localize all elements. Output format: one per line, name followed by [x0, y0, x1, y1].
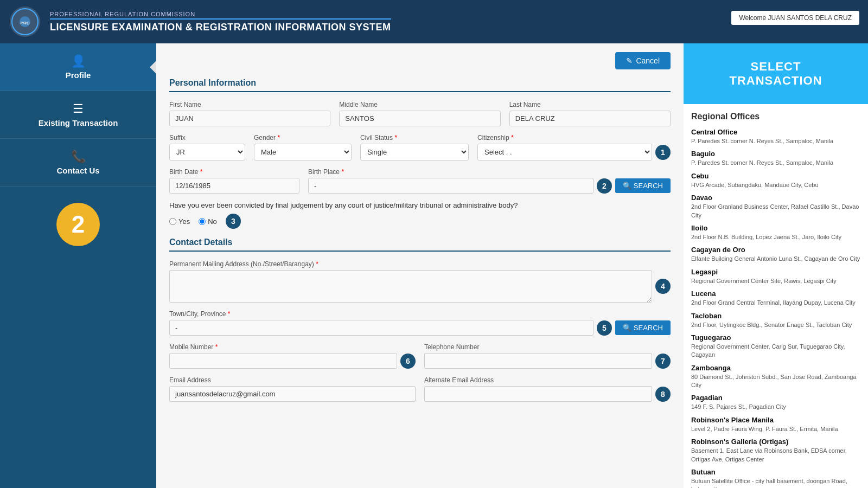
cancel-row: ✎ Cancel: [169, 52, 671, 69]
office-name: Legaspi: [691, 268, 860, 276]
office-address: P. Paredes St. corner N. Reyes St., Samp…: [691, 159, 860, 167]
citizenship-label: Citizenship *: [477, 134, 671, 142]
civil-status-label: Civil Status *: [360, 134, 469, 142]
gender-select[interactable]: MaleFemale: [254, 144, 352, 160]
telephone-input[interactable]: [424, 353, 652, 369]
office-item: Central OfficeP. Paredes St. corner N. R…: [691, 128, 860, 145]
conviction-yes-radio[interactable]: [169, 218, 176, 225]
mobile-input[interactable]: [169, 353, 397, 369]
birth-place-search-button[interactable]: 🔍 SEARCH: [615, 178, 671, 193]
cancel-button[interactable]: ✎ Cancel: [615, 52, 671, 69]
profile-icon: 👤: [71, 54, 86, 68]
sidebar-label-profile: Profile: [66, 70, 91, 80]
address-row: 4: [169, 270, 671, 303]
alt-email-label: Alternate Email Address: [424, 376, 671, 384]
town-label: Town/City, Province *: [169, 310, 671, 318]
town-search-button[interactable]: 🔍 SEARCH: [615, 320, 671, 335]
office-name: Tuguegarao: [691, 333, 860, 342]
office-name: Tacloban: [691, 312, 860, 320]
sidebar-item-profile[interactable]: 👤 Profile: [0, 43, 156, 91]
office-address: Elfante Building General Antonio Luna St…: [691, 255, 860, 263]
office-address: P. Paredes St. corner N. Reyes St., Samp…: [691, 137, 860, 145]
town-search-icon: 🔍: [623, 324, 631, 332]
header: PRC PROFESSIONAL REGULATION COMMISSION L…: [0, 0, 868, 43]
birth-place-input[interactable]: [308, 178, 593, 194]
office-address: Level 2, Padre Faura Wing, P. Faura St.,…: [691, 425, 860, 433]
offices-list: Central OfficeP. Paredes St. corner N. R…: [691, 128, 860, 488]
alt-email-input[interactable]: [424, 386, 652, 402]
birth-date-group: Birth Date *: [169, 168, 299, 194]
office-address: 80 Diamond St., Johnston Subd., San Jose…: [691, 373, 860, 390]
sidebar-item-existing-transaction[interactable]: ☰ Existing Transaction: [0, 91, 156, 139]
office-name: Robinson's Galleria (Ortigas): [691, 438, 860, 446]
welcome-button[interactable]: Welcome JUAN SANTOS DELA CRUZ: [731, 11, 859, 25]
telephone-label: Telephone Number: [424, 343, 671, 351]
cancel-icon: ✎: [626, 56, 633, 65]
office-name: Zamboanga: [691, 364, 860, 372]
conviction-no-radio[interactable]: [199, 218, 206, 225]
citizenship-group: Citizenship * Select . .FilipinoDual Cit…: [477, 134, 671, 160]
gender-group: Gender * MaleFemale: [254, 134, 352, 160]
office-address: 2nd Floor N.B. Building, Lopez Jaena St.…: [691, 233, 860, 241]
office-address: 2nd Floor Grand Central Terminal, Ilayan…: [691, 299, 860, 307]
office-item: Iloilo2nd Floor N.B. Building, Lopez Jae…: [691, 224, 860, 241]
office-name: Cebu: [691, 172, 860, 180]
mobile-step-number: 6: [400, 354, 416, 369]
telephone-group: Telephone Number 7: [424, 343, 671, 369]
office-address: Regional Government Center Site, Rawis, …: [691, 277, 860, 285]
office-address: 149 F. S. Pajares St., Pagadian City: [691, 403, 860, 411]
office-address: 2nd Floor, Uytingkoc Bldg., Senator Enag…: [691, 321, 860, 329]
contact-us-icon: 📞: [71, 150, 86, 164]
logo-icon: PRC: [9, 5, 41, 38]
conviction-yes-label[interactable]: Yes: [169, 217, 190, 226]
civil-status-group: Civil Status * SingleMarriedWidowedSepar…: [360, 134, 469, 160]
email-group: Email Address: [169, 376, 416, 402]
office-item: Pagadian149 F. S. Pajares St., Pagadian …: [691, 394, 860, 411]
birth-place-group: Birth Place * 2 🔍 SEARCH: [308, 168, 671, 194]
sidebar: 👤 Profile ☰ Existing Transaction 📞 Conta…: [0, 43, 156, 488]
office-address: HVG Arcade, Subangdaku, Mandaue City, Ce…: [691, 181, 860, 189]
system-title: LICENSURE EXAMINATION & REGISTRATION INF…: [50, 18, 391, 33]
citizenship-step-number: 1: [655, 145, 671, 160]
suffix-select[interactable]: JRSRIIIIINone: [169, 144, 245, 160]
office-item: BaguioP. Paredes St. corner N. Reyes St.…: [691, 150, 860, 167]
middle-name-input[interactable]: [339, 111, 500, 126]
sidebar-item-contact-us[interactable]: 📞 Contact Us: [0, 139, 156, 187]
office-name: Baguio: [691, 150, 860, 158]
office-name: Cagayan de Oro: [691, 246, 860, 254]
office-name: Davao: [691, 194, 860, 202]
office-item: TuguegaraoRegional Government Center, Ca…: [691, 333, 860, 359]
conviction-radio-group: Yes No 3: [169, 214, 671, 229]
first-name-input[interactable]: [169, 111, 330, 126]
first-name-label: First Name: [169, 101, 330, 108]
email-input[interactable]: [169, 386, 416, 402]
select-transaction-button[interactable]: SELECTTRANSACTION: [684, 43, 868, 104]
address-textarea[interactable]: [169, 270, 652, 303]
middle-name-label: Middle Name: [339, 101, 500, 108]
conviction-no-label[interactable]: No: [199, 217, 217, 226]
alt-email-group: Alternate Email Address 8: [424, 376, 671, 402]
office-item: Robinson's Place ManilaLevel 2, Padre Fa…: [691, 416, 860, 433]
select-transaction-label: SELECTTRANSACTION: [729, 60, 822, 87]
search-icon: 🔍: [623, 182, 631, 190]
birth-place-search-group: 2 🔍 SEARCH: [308, 178, 671, 194]
town-input[interactable]: [169, 320, 593, 336]
main-content: ✎ Cancel Personal Information First Name…: [156, 43, 684, 488]
personal-info-title: Personal Information: [169, 78, 671, 92]
sidebar-label-contact-us: Contact Us: [56, 166, 99, 175]
office-address: Butuan Satellite Office - city hall base…: [691, 477, 860, 488]
office-name: Pagadian: [691, 394, 860, 402]
birth-date-input[interactable]: [169, 178, 299, 194]
birth-place-step-number: 2: [597, 178, 612, 194]
office-item: Davao2nd Floor Granland Business Center,…: [691, 194, 860, 220]
conviction-question: Have you ever been convicted by final ju…: [169, 201, 518, 209]
last-name-input[interactable]: [509, 111, 671, 126]
sidebar-arrow: [150, 61, 156, 74]
office-item: Cagayan de OroElfante Building General A…: [691, 246, 860, 263]
citizenship-select[interactable]: Select . .FilipinoDual CitizenOthers: [477, 144, 652, 160]
civil-status-select[interactable]: SingleMarriedWidowedSeparated: [360, 144, 469, 160]
details-row: Suffix JRSRIIIIINone Gender * MaleFemale…: [169, 134, 671, 160]
office-address: Regional Government Center, Carig Sur, T…: [691, 343, 860, 359]
office-item: Robinson's Galleria (Ortigas)Basement 1,…: [691, 438, 860, 464]
right-panel: SELECTTRANSACTION Regional Offices Centr…: [684, 43, 868, 488]
